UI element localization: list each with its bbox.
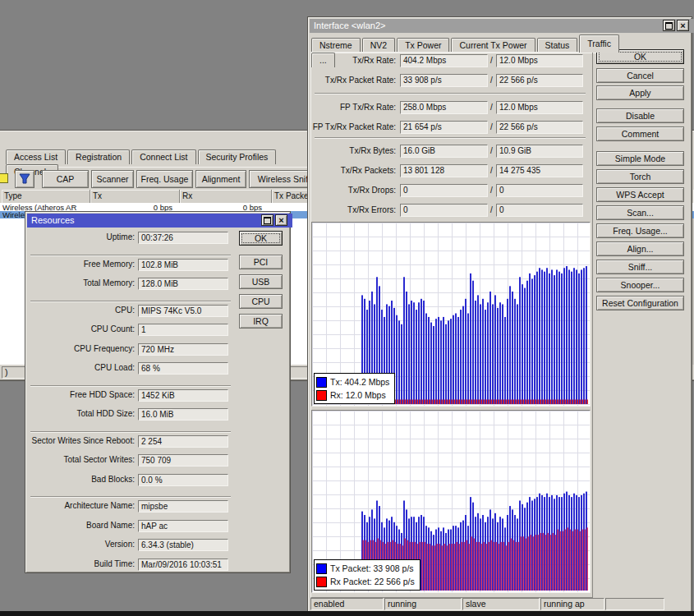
maximize-button[interactable] — [663, 20, 675, 31]
field-value[interactable]: 750 709 — [138, 454, 228, 467]
field-value[interactable]: 1452 KiB — [138, 389, 228, 402]
toolbar-button-freq-usage[interactable]: Freq. Usage — [136, 170, 193, 188]
field-value[interactable]: 128.0 MiB — [138, 278, 228, 290]
field-value[interactable]: 00:37:26 — [138, 232, 228, 244]
resources-window-titlebar[interactable]: Resources — [27, 214, 292, 228]
simple-mode-button[interactable]: Simple Mode — [596, 151, 684, 166]
field-value-rx[interactable]: 0 — [496, 184, 583, 197]
tab-connect-list[interactable]: Connect List — [131, 149, 195, 164]
tab-access-list[interactable]: Access List — [6, 149, 66, 164]
field-label: Free HDD Space: — [30, 390, 135, 401]
torch-button[interactable]: Torch — [596, 169, 684, 184]
field-value[interactable]: 720 MHz — [138, 343, 228, 356]
field-value-rx[interactable]: 10.9 GiB — [496, 145, 583, 158]
field-value-tx[interactable]: 0 — [400, 204, 488, 217]
traffic-rate-graph: Tx: 404.2 MbpsRx: 12.0 Mbps — [311, 222, 591, 407]
column-header-tx[interactable]: Tx — [90, 190, 180, 203]
cell-type: Wireless (Atheros AR — [2, 204, 88, 211]
interface-wlan2-window[interactable]: Interface <wlan2>×NstremeNV2Tx PowerCurr… — [307, 16, 692, 613]
field-value-rx[interactable]: 22 566 p/s — [496, 74, 583, 87]
maximize-button[interactable] — [261, 214, 273, 226]
field-value-tx[interactable]: 16.0 GiB — [400, 145, 488, 158]
cancel-button[interactable]: Cancel — [596, 68, 684, 83]
field-value[interactable]: 16.0 MiB — [138, 408, 228, 421]
comment-button[interactable]: Comment — [596, 126, 684, 141]
field-value[interactable]: 6.34.3 (stable) — [138, 539, 228, 551]
separator-line — [30, 255, 231, 256]
field-value[interactable]: 1 — [138, 324, 228, 336]
field-label: Tx/Rx Rate: — [312, 56, 396, 67]
tab-current-tx-power[interactable]: Current Tx Power — [451, 38, 535, 53]
reset-configuration-button[interactable]: Reset Configuration — [596, 296, 684, 310]
align--button[interactable]: Align... — [596, 241, 684, 256]
toolbar-button-scanner[interactable]: Scanner — [91, 170, 134, 188]
comment-note-icon[interactable] — [0, 173, 8, 183]
irq-button[interactable]: IRQ — [239, 314, 283, 329]
close-button[interactable]: × — [275, 214, 287, 226]
legend-entry: Rx Packet: 22 566 p/s — [316, 575, 415, 588]
legend-entry: Rx: 12.0 Mbps — [316, 388, 389, 402]
column-header-type[interactable]: Type — [2, 190, 90, 203]
wps-accept-button[interactable]: WPS Accept — [596, 187, 684, 202]
field-label: Total HDD Size: — [30, 409, 135, 420]
field-value[interactable]: MIPS 74Kc V5.0 — [138, 305, 228, 317]
field-value-tx[interactable]: 404.2 Mbps — [400, 54, 488, 67]
status-panel-running-ap: running ap — [540, 598, 604, 610]
field-value[interactable]: 68 % — [138, 362, 228, 375]
resources-window[interactable]: Resources×Uptime:00:37:26Free Memory:102… — [25, 211, 291, 573]
disable-button[interactable]: Disable — [596, 108, 684, 123]
packet-rate-graph: Tx Packet: 33 908 p/sRx Packet: 22 566 p… — [311, 410, 591, 593]
field-value-rx[interactable]: 14 275 435 — [496, 164, 583, 177]
scan--button[interactable]: Scan... — [596, 205, 684, 220]
tab-traffic[interactable]: Traffic — [579, 34, 619, 53]
field-value[interactable]: Mar/09/2016 10:03:51 — [138, 559, 228, 571]
freq-usage--button[interactable]: Freq. Usage... — [596, 223, 684, 238]
tab-security-profiles[interactable]: Security Profiles — [198, 149, 277, 164]
field-value[interactable]: 2 254 — [138, 435, 228, 448]
field-label: FP Tx/Rx Rate: — [312, 103, 396, 113]
sniff--button[interactable]: Sniff... — [596, 260, 684, 274]
legend-swatch — [316, 377, 327, 388]
field-value-tx[interactable]: 258.0 Mbps — [400, 101, 488, 114]
field-label: Version: — [30, 540, 135, 550]
ok-button[interactable]: OK — [239, 231, 283, 246]
toolbar-button-cap[interactable]: CAP — [42, 170, 89, 188]
field-value-rx[interactable]: 0 — [496, 204, 583, 217]
interface-window-titlebar[interactable]: Interface <wlan2> — [310, 19, 694, 33]
apply-button[interactable]: Apply — [596, 85, 684, 100]
field-value-tx[interactable]: 13 801 128 — [400, 164, 488, 177]
snooper--button[interactable]: Snooper... — [596, 278, 684, 292]
field-value-tx[interactable]: 0 — [400, 184, 488, 197]
tab-status[interactable]: Status — [537, 38, 578, 53]
field-value-tx[interactable]: 21 654 p/s — [400, 121, 488, 134]
close-button[interactable]: × — [677, 20, 689, 31]
pci-button[interactable]: PCI — [239, 255, 283, 269]
field-value[interactable]: 102.8 MiB — [138, 259, 228, 271]
interface-tab-row: NstremeNV2Tx PowerCurrent Tx PowerStatus… — [311, 34, 640, 53]
tab-nstreme[interactable]: Nstreme — [311, 38, 361, 53]
field-label: Board Name: — [30, 521, 135, 531]
slash-separator: / — [490, 186, 495, 196]
usb-button[interactable]: USB — [239, 274, 283, 289]
slash-separator: / — [490, 103, 495, 113]
wireless-tab-row: Access ListRegistrationConnect ListSecur… — [6, 149, 310, 168]
field-value-rx[interactable]: 12.0 Mbps — [496, 101, 583, 114]
field-value[interactable]: 0.0 % — [138, 474, 228, 486]
filter-funnel-button[interactable] — [15, 170, 34, 188]
field-value-tx[interactable]: 33 908 p/s — [400, 74, 488, 87]
slash-separator: / — [490, 76, 495, 86]
field-label: Total Sector Writes: — [30, 455, 135, 466]
column-header-rx[interactable]: Rx — [180, 190, 272, 203]
field-value[interactable]: mipsbe — [138, 500, 228, 513]
cpu-button[interactable]: CPU — [239, 294, 283, 309]
tab-registration[interactable]: Registration — [67, 149, 130, 164]
tab-nv2[interactable]: NV2 — [362, 38, 395, 53]
toolbar-button-alignment[interactable]: Alignment — [195, 170, 246, 188]
field-label: Uptime: — [30, 232, 135, 243]
tab-tx-power[interactable]: Tx Power — [397, 38, 449, 53]
field-value-rx[interactable]: 12.0 Mbps — [496, 54, 583, 67]
field-label: Total Memory: — [30, 278, 135, 289]
slash-separator: / — [490, 146, 495, 157]
field-value[interactable]: hAP ac — [138, 520, 228, 532]
field-value-rx[interactable]: 22 566 p/s — [496, 121, 583, 134]
